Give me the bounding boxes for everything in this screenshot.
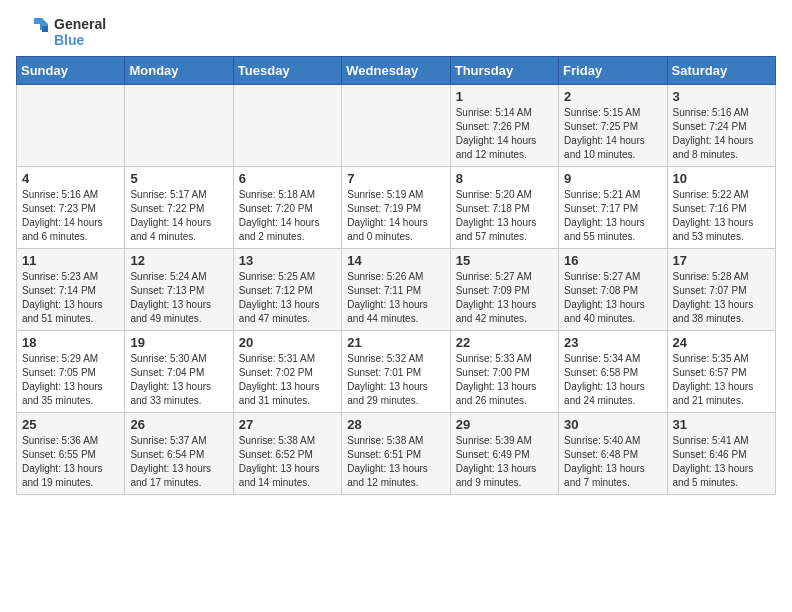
calendar-cell: 18Sunrise: 5:29 AMSunset: 7:05 PMDayligh… [17,331,125,413]
day-info: Sunrise: 5:19 AMSunset: 7:19 PMDaylight:… [347,188,444,244]
day-number: 3 [673,89,770,104]
calendar-cell: 31Sunrise: 5:41 AMSunset: 6:46 PMDayligh… [667,413,775,495]
calendar-cell: 12Sunrise: 5:24 AMSunset: 7:13 PMDayligh… [125,249,233,331]
calendar-table: SundayMondayTuesdayWednesdayThursdayFrid… [16,56,776,495]
calendar-week-row: 18Sunrise: 5:29 AMSunset: 7:05 PMDayligh… [17,331,776,413]
day-info: Sunrise: 5:40 AMSunset: 6:48 PMDaylight:… [564,434,661,490]
day-number: 12 [130,253,227,268]
day-info: Sunrise: 5:38 AMSunset: 6:52 PMDaylight:… [239,434,336,490]
day-number: 1 [456,89,553,104]
calendar-week-row: 1Sunrise: 5:14 AMSunset: 7:26 PMDaylight… [17,85,776,167]
calendar-cell: 10Sunrise: 5:22 AMSunset: 7:16 PMDayligh… [667,167,775,249]
calendar-cell: 16Sunrise: 5:27 AMSunset: 7:08 PMDayligh… [559,249,667,331]
day-info: Sunrise: 5:23 AMSunset: 7:14 PMDaylight:… [22,270,119,326]
weekday-header: Monday [125,57,233,85]
day-info: Sunrise: 5:16 AMSunset: 7:24 PMDaylight:… [673,106,770,162]
day-info: Sunrise: 5:27 AMSunset: 7:09 PMDaylight:… [456,270,553,326]
day-number: 13 [239,253,336,268]
day-number: 31 [673,417,770,432]
day-number: 9 [564,171,661,186]
day-info: Sunrise: 5:24 AMSunset: 7:13 PMDaylight:… [130,270,227,326]
day-info: Sunrise: 5:17 AMSunset: 7:22 PMDaylight:… [130,188,227,244]
calendar-cell: 3Sunrise: 5:16 AMSunset: 7:24 PMDaylight… [667,85,775,167]
day-info: Sunrise: 5:36 AMSunset: 6:55 PMDaylight:… [22,434,119,490]
day-info: Sunrise: 5:29 AMSunset: 7:05 PMDaylight:… [22,352,119,408]
calendar-cell: 13Sunrise: 5:25 AMSunset: 7:12 PMDayligh… [233,249,341,331]
calendar-week-row: 4Sunrise: 5:16 AMSunset: 7:23 PMDaylight… [17,167,776,249]
calendar-cell: 22Sunrise: 5:33 AMSunset: 7:00 PMDayligh… [450,331,558,413]
calendar-cell: 1Sunrise: 5:14 AMSunset: 7:26 PMDaylight… [450,85,558,167]
day-number: 27 [239,417,336,432]
logo-general-label: General [54,16,106,32]
day-number: 8 [456,171,553,186]
calendar-cell [342,85,450,167]
weekday-header: Thursday [450,57,558,85]
day-number: 30 [564,417,661,432]
calendar-cell: 14Sunrise: 5:26 AMSunset: 7:11 PMDayligh… [342,249,450,331]
calendar-cell: 6Sunrise: 5:18 AMSunset: 7:20 PMDaylight… [233,167,341,249]
day-info: Sunrise: 5:26 AMSunset: 7:11 PMDaylight:… [347,270,444,326]
day-number: 18 [22,335,119,350]
calendar-cell [233,85,341,167]
day-number: 26 [130,417,227,432]
weekday-header: Tuesday [233,57,341,85]
logo-blue-label: Blue [54,32,106,48]
weekday-header: Sunday [17,57,125,85]
calendar-cell: 17Sunrise: 5:28 AMSunset: 7:07 PMDayligh… [667,249,775,331]
day-info: Sunrise: 5:41 AMSunset: 6:46 PMDaylight:… [673,434,770,490]
weekday-header: Wednesday [342,57,450,85]
calendar-cell: 28Sunrise: 5:38 AMSunset: 6:51 PMDayligh… [342,413,450,495]
day-info: Sunrise: 5:39 AMSunset: 6:49 PMDaylight:… [456,434,553,490]
calendar-cell: 19Sunrise: 5:30 AMSunset: 7:04 PMDayligh… [125,331,233,413]
day-number: 24 [673,335,770,350]
calendar-cell: 15Sunrise: 5:27 AMSunset: 7:09 PMDayligh… [450,249,558,331]
day-number: 6 [239,171,336,186]
header: General Blue [16,16,776,48]
logo: General Blue [16,16,106,48]
calendar-cell: 4Sunrise: 5:16 AMSunset: 7:23 PMDaylight… [17,167,125,249]
svg-marker-2 [42,26,48,32]
day-number: 22 [456,335,553,350]
calendar-cell [17,85,125,167]
calendar-week-row: 25Sunrise: 5:36 AMSunset: 6:55 PMDayligh… [17,413,776,495]
day-info: Sunrise: 5:21 AMSunset: 7:17 PMDaylight:… [564,188,661,244]
day-info: Sunrise: 5:30 AMSunset: 7:04 PMDaylight:… [130,352,227,408]
day-info: Sunrise: 5:22 AMSunset: 7:16 PMDaylight:… [673,188,770,244]
calendar-cell: 8Sunrise: 5:20 AMSunset: 7:18 PMDaylight… [450,167,558,249]
calendar-body: 1Sunrise: 5:14 AMSunset: 7:26 PMDaylight… [17,85,776,495]
day-info: Sunrise: 5:38 AMSunset: 6:51 PMDaylight:… [347,434,444,490]
day-number: 19 [130,335,227,350]
day-info: Sunrise: 5:25 AMSunset: 7:12 PMDaylight:… [239,270,336,326]
day-number: 29 [456,417,553,432]
calendar-cell [125,85,233,167]
calendar-cell: 24Sunrise: 5:35 AMSunset: 6:57 PMDayligh… [667,331,775,413]
day-info: Sunrise: 5:14 AMSunset: 7:26 PMDaylight:… [456,106,553,162]
day-number: 14 [347,253,444,268]
day-number: 2 [564,89,661,104]
day-number: 5 [130,171,227,186]
calendar-cell: 20Sunrise: 5:31 AMSunset: 7:02 PMDayligh… [233,331,341,413]
day-number: 20 [239,335,336,350]
calendar-cell: 27Sunrise: 5:38 AMSunset: 6:52 PMDayligh… [233,413,341,495]
calendar-cell: 25Sunrise: 5:36 AMSunset: 6:55 PMDayligh… [17,413,125,495]
day-number: 11 [22,253,119,268]
day-number: 15 [456,253,553,268]
day-info: Sunrise: 5:33 AMSunset: 7:00 PMDaylight:… [456,352,553,408]
weekday-header: Saturday [667,57,775,85]
day-info: Sunrise: 5:34 AMSunset: 6:58 PMDaylight:… [564,352,661,408]
day-number: 23 [564,335,661,350]
day-number: 16 [564,253,661,268]
calendar-header: SundayMondayTuesdayWednesdayThursdayFrid… [17,57,776,85]
day-info: Sunrise: 5:35 AMSunset: 6:57 PMDaylight:… [673,352,770,408]
calendar-cell: 7Sunrise: 5:19 AMSunset: 7:19 PMDaylight… [342,167,450,249]
calendar-cell: 23Sunrise: 5:34 AMSunset: 6:58 PMDayligh… [559,331,667,413]
calendar-week-row: 11Sunrise: 5:23 AMSunset: 7:14 PMDayligh… [17,249,776,331]
day-info: Sunrise: 5:20 AMSunset: 7:18 PMDaylight:… [456,188,553,244]
calendar-cell: 29Sunrise: 5:39 AMSunset: 6:49 PMDayligh… [450,413,558,495]
day-info: Sunrise: 5:32 AMSunset: 7:01 PMDaylight:… [347,352,444,408]
day-number: 7 [347,171,444,186]
day-number: 10 [673,171,770,186]
weekday-header: Friday [559,57,667,85]
day-number: 17 [673,253,770,268]
calendar-cell: 9Sunrise: 5:21 AMSunset: 7:17 PMDaylight… [559,167,667,249]
